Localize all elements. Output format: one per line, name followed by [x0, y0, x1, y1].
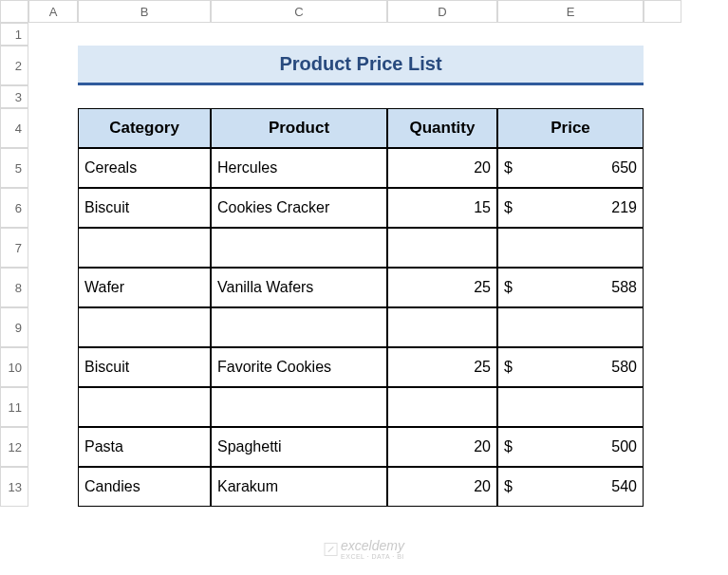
currency-symbol: $ — [504, 438, 513, 455]
cell-quantity[interactable]: 20 — [387, 148, 497, 188]
cell-category[interactable]: Pasta — [78, 427, 211, 467]
cell-quantity[interactable]: 20 — [387, 427, 497, 467]
currency-symbol: $ — [504, 478, 513, 495]
logo-icon — [324, 543, 337, 556]
select-all-corner[interactable] — [0, 0, 28, 23]
th-price[interactable]: Price — [497, 108, 644, 148]
cell-price[interactable]: $540 — [497, 467, 644, 507]
col-header-c[interactable]: C — [211, 0, 387, 23]
row-header-9[interactable]: 9 — [0, 307, 28, 347]
cell-empty[interactable] — [78, 387, 211, 427]
cell-quantity[interactable]: 15 — [387, 188, 497, 228]
currency-symbol: $ — [504, 279, 513, 296]
cell-product[interactable]: Karakum — [211, 467, 387, 507]
cell-empty[interactable] — [387, 387, 497, 427]
cell-product[interactable]: Cookies Cracker — [211, 188, 387, 228]
row-header-12[interactable]: 12 — [0, 427, 28, 467]
cell-empty[interactable] — [211, 387, 387, 427]
cell-empty[interactable] — [497, 307, 644, 347]
watermark: exceldemy EXCEL · DATA · BI — [324, 538, 404, 560]
cell-quantity[interactable]: 25 — [387, 347, 497, 387]
cell-category[interactable]: Biscuit — [78, 347, 211, 387]
row-header-4[interactable]: 4 — [0, 108, 28, 148]
price-value: 580 — [611, 359, 637, 376]
th-product[interactable]: Product — [211, 108, 387, 148]
currency-symbol: $ — [504, 159, 513, 176]
col-header-d[interactable]: D — [387, 0, 497, 23]
cell-price[interactable]: $219 — [497, 188, 644, 228]
cell-category[interactable]: Biscuit — [78, 188, 211, 228]
watermark-brand: exceldemy — [341, 538, 404, 553]
currency-symbol: $ — [504, 199, 513, 216]
currency-symbol: $ — [504, 359, 513, 376]
price-value: 650 — [611, 159, 637, 176]
cell-empty[interactable] — [211, 228, 387, 268]
row-header-1[interactable]: 1 — [0, 23, 28, 46]
price-value: 540 — [611, 478, 637, 495]
cell-product[interactable]: Spaghetti — [211, 427, 387, 467]
row-header-3[interactable]: 3 — [0, 85, 28, 108]
col-header-b[interactable]: B — [78, 0, 211, 23]
cell-empty[interactable] — [78, 307, 211, 347]
cell-empty[interactable] — [211, 307, 387, 347]
th-category[interactable]: Category — [78, 108, 211, 148]
price-value: 500 — [611, 438, 637, 455]
row-header-2[interactable]: 2 — [0, 46, 28, 85]
row-header-5[interactable]: 5 — [0, 148, 28, 188]
cell-product[interactable]: Favorite Cookies — [211, 347, 387, 387]
cell-empty[interactable] — [387, 228, 497, 268]
cell-empty[interactable] — [497, 387, 644, 427]
th-quantity[interactable]: Quantity — [387, 108, 497, 148]
row-header-10[interactable]: 10 — [0, 347, 28, 387]
row-header-11[interactable]: 11 — [0, 387, 28, 427]
row-header-13[interactable]: 13 — [0, 467, 28, 507]
cell-quantity[interactable]: 25 — [387, 268, 497, 307]
cell-product[interactable]: Hercules — [211, 148, 387, 188]
cell-quantity[interactable]: 20 — [387, 467, 497, 507]
cell-empty[interactable] — [497, 228, 644, 268]
cell-price[interactable]: $500 — [497, 427, 644, 467]
cell-empty[interactable] — [78, 228, 211, 268]
cell-product[interactable]: Vanilla Wafers — [211, 268, 387, 307]
price-value: 588 — [611, 279, 637, 296]
cell-category[interactable]: Cereals — [78, 148, 211, 188]
spreadsheet: A B C D E 1 2 3 4 5 6 7 8 9 10 11 12 13 … — [0, 0, 681, 507]
row-header-7[interactable]: 7 — [0, 228, 28, 268]
col-header-next[interactable] — [644, 0, 681, 23]
row-header-6[interactable]: 6 — [0, 188, 28, 228]
page-title: Product Price List — [78, 46, 644, 85]
price-value: 219 — [611, 199, 637, 216]
cell-empty[interactable] — [387, 307, 497, 347]
cell-price[interactable]: $588 — [497, 268, 644, 307]
cell-category[interactable]: Wafer — [78, 268, 211, 307]
cell-price[interactable]: $580 — [497, 347, 644, 387]
col-header-e[interactable]: E — [497, 0, 644, 23]
cell-price[interactable]: $650 — [497, 148, 644, 188]
cell-category[interactable]: Candies — [78, 467, 211, 507]
row-header-8[interactable]: 8 — [0, 268, 28, 307]
watermark-tag: EXCEL · DATA · BI — [341, 553, 404, 560]
col-header-a[interactable]: A — [28, 0, 78, 23]
